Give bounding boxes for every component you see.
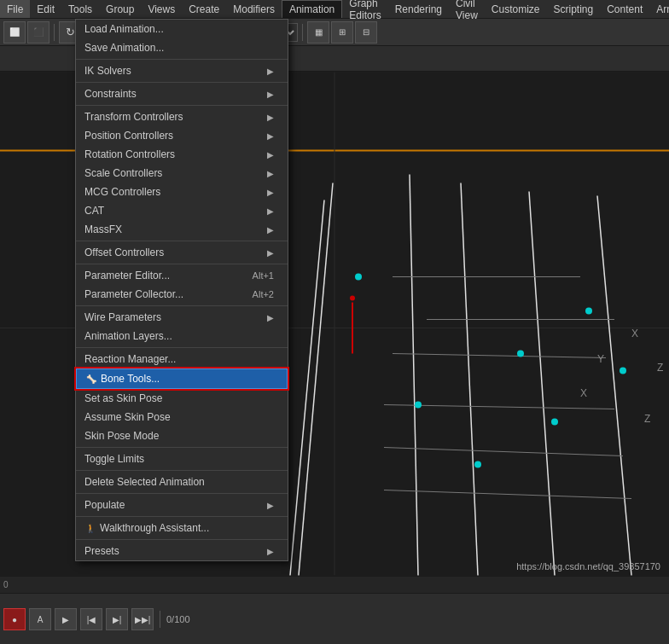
svg-text:X: X xyxy=(580,387,587,399)
menu-save-animation[interactable]: Save Animation... xyxy=(76,38,288,57)
menu-offset-controllers[interactable]: Offset Controllers ▶ xyxy=(76,243,288,262)
menubar-create[interactable]: Create xyxy=(182,0,226,18)
sep-1 xyxy=(76,59,288,60)
menubar-graph-editors[interactable]: Graph Editors xyxy=(342,0,387,18)
svg-point-21 xyxy=(517,351,524,357)
menubar-civil-view[interactable]: Civil View xyxy=(449,0,485,18)
frame-counter: 0/100 xyxy=(166,614,190,624)
sep-10 xyxy=(76,493,288,494)
menubar: File Edit Tools Group Views Create Modif… xyxy=(0,0,669,19)
menubar-group[interactable]: Group xyxy=(99,0,141,18)
rotation-controllers-arrow: ▶ xyxy=(267,150,274,160)
menu-walkthrough-assistant[interactable]: 🚶 Walkthrough Assistant... xyxy=(76,519,288,537)
menu-constraints[interactable]: Constraints ▶ xyxy=(76,84,288,103)
svg-point-17 xyxy=(350,296,355,301)
svg-point-24 xyxy=(620,368,626,374)
anim-btn-end[interactable]: ▶▶| xyxy=(131,608,154,630)
menu-rotation-controllers[interactable]: Rotation Controllers ▶ xyxy=(76,145,288,164)
ik-solvers-arrow: ▶ xyxy=(267,67,274,76)
svg-point-18 xyxy=(355,274,362,281)
sep-11 xyxy=(76,516,288,517)
menubar-rendering[interactable]: Rendering xyxy=(388,0,449,18)
anim-sep xyxy=(160,611,160,628)
walkthrough-icon: 🚶 xyxy=(84,522,96,534)
menu-populate[interactable]: Populate ▶ xyxy=(76,496,288,514)
toolbar-btn-5[interactable]: ⊞ xyxy=(331,21,353,44)
menu-animation-layers[interactable]: Animation Layers... xyxy=(76,327,288,345)
menu-reaction-manager[interactable]: Reaction Manager... xyxy=(76,350,288,368)
menu-assume-skin-pose[interactable]: Assume Skin Pose xyxy=(76,408,288,426)
svg-point-19 xyxy=(415,402,422,409)
menu-mcg-controllers[interactable]: MCG Controllers ▶ xyxy=(76,183,288,201)
svg-point-20 xyxy=(474,461,481,468)
sep-4 xyxy=(76,241,288,241)
menu-toggle-limits[interactable]: Toggle Limits xyxy=(76,450,288,468)
transform-controllers-arrow: ▶ xyxy=(267,113,274,122)
anim-btn-play[interactable]: ▶ xyxy=(55,608,77,630)
position-controllers-arrow: ▶ xyxy=(267,131,274,141)
menu-transform-controllers[interactable]: Transform Controllers ▶ xyxy=(76,107,288,126)
sep-7 xyxy=(76,347,288,348)
menu-ik-solvers[interactable]: IK Solvers ▶ xyxy=(76,61,288,80)
scale-controllers-arrow: ▶ xyxy=(267,169,274,178)
toolbar-btn-6[interactable]: ⊟ xyxy=(355,21,377,44)
toolbar-sep-1 xyxy=(54,24,55,41)
menubar-customize[interactable]: Customize xyxy=(485,0,547,18)
toolbar-btn-2[interactable]: ⬛ xyxy=(27,21,49,44)
menu-massfx[interactable]: MassFX ▶ xyxy=(76,220,288,239)
toolbar-sep-3 xyxy=(302,24,303,41)
menu-set-skin-pose[interactable]: Set as Skin Pose xyxy=(76,389,288,408)
mcg-controllers-arrow: ▶ xyxy=(267,188,274,197)
menu-presets[interactable]: Presets ▶ xyxy=(76,542,288,560)
menu-cat[interactable]: CAT ▶ xyxy=(76,201,288,220)
massfx-arrow: ▶ xyxy=(267,225,274,235)
toolbar-btn-4[interactable]: ▦ xyxy=(307,21,329,44)
menu-position-controllers[interactable]: Position Controllers ▶ xyxy=(76,126,288,145)
menu-bone-tools[interactable]: 🦴 Bone Tools... xyxy=(76,368,288,389)
sep-12 xyxy=(76,539,288,540)
menu-load-animation[interactable]: Load Animation... xyxy=(76,20,288,38)
animation-dropdown-menu: Load Animation... Save Animation... IK S… xyxy=(75,19,288,561)
svg-text:Z: Z xyxy=(644,413,650,425)
parameter-editor-shortcut: Alt+1 xyxy=(253,270,274,281)
menubar-arnold[interactable]: Arnold xyxy=(649,0,669,18)
menubar-scripting[interactable]: Scripting xyxy=(547,0,601,18)
parameter-collector-shortcut: Alt+2 xyxy=(253,289,274,299)
menu-skin-pose-mode[interactable]: Skin Pose Mode xyxy=(76,426,288,445)
presets-arrow: ▶ xyxy=(267,547,274,556)
menubar-views[interactable]: Views xyxy=(141,0,182,18)
menubar-edit[interactable]: Edit xyxy=(30,0,61,18)
menubar-modifiers[interactable]: Modifiers xyxy=(226,0,282,18)
toolbar-btn-1[interactable]: ⬜ xyxy=(3,21,26,44)
sep-5 xyxy=(76,264,288,264)
populate-arrow: ▶ xyxy=(267,501,274,510)
anim-btn-keyframe[interactable]: ● xyxy=(3,608,26,630)
menubar-tools[interactable]: Tools xyxy=(61,0,99,18)
wire-parameters-arrow: ▶ xyxy=(267,313,274,322)
svg-point-22 xyxy=(551,419,558,426)
offset-controllers-arrow: ▶ xyxy=(267,248,274,258)
timeline[interactable]: 0 xyxy=(0,577,669,594)
svg-text:X: X xyxy=(631,328,638,339)
svg-text:Y: Y xyxy=(597,353,604,365)
sep-3 xyxy=(76,105,288,106)
menubar-content[interactable]: Content xyxy=(600,0,649,18)
timeline-label: 0 xyxy=(3,580,9,589)
menu-parameter-collector[interactable]: Parameter Collector... Alt+2 xyxy=(76,285,288,304)
sep-2 xyxy=(76,82,288,83)
anim-btn-prev[interactable]: |◀ xyxy=(80,608,102,630)
animation-bar: 0 ● A ▶ |◀ ▶| ▶▶| 0/100 xyxy=(0,576,669,644)
menu-delete-selected-animation[interactable]: Delete Selected Animation xyxy=(76,473,288,491)
menu-scale-controllers[interactable]: Scale Controllers ▶ xyxy=(76,164,288,183)
menu-wire-parameters[interactable]: Wire Parameters ▶ xyxy=(76,308,288,327)
sep-8 xyxy=(76,447,288,448)
svg-text:Z: Z xyxy=(657,362,663,374)
anim-controls: ● A ▶ |◀ ▶| ▶▶| 0/100 xyxy=(0,594,669,644)
menubar-animation[interactable]: Animation xyxy=(282,0,342,18)
anim-btn-next[interactable]: ▶| xyxy=(106,608,128,630)
menu-parameter-editor[interactable]: Parameter Editor... Alt+1 xyxy=(76,266,288,285)
bone-tools-icon: 🦴 xyxy=(85,373,97,385)
anim-btn-auto[interactable]: A xyxy=(29,608,51,630)
constraints-arrow: ▶ xyxy=(267,90,274,99)
menubar-file[interactable]: File xyxy=(0,0,30,18)
